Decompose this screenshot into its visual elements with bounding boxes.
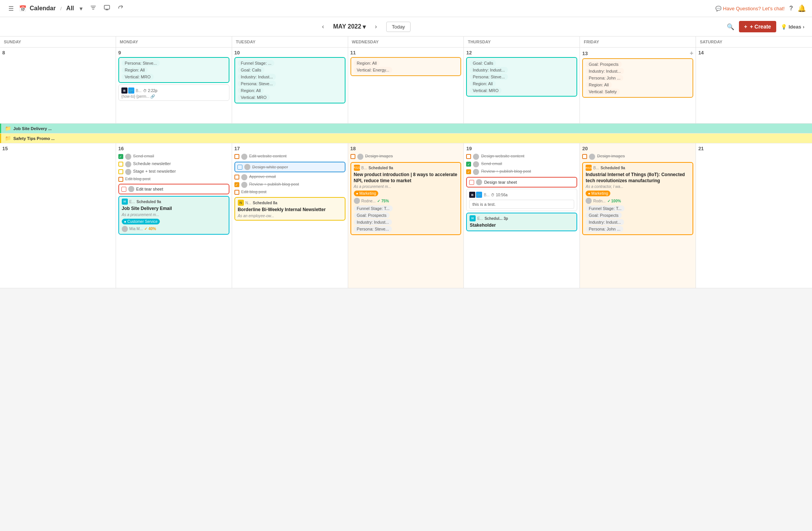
sched-time: Scheduled 9a xyxy=(137,200,161,204)
day-16: 16 ✓ Send email Schedule newsletter Stag… xyxy=(116,143,232,288)
day-18: 18 Design images RSS B... Scheduled 9a N… xyxy=(348,143,464,288)
design-white-paper-task[interactable]: Design white paper xyxy=(234,162,345,172)
task-design-images-20[interactable]: Design images xyxy=(582,153,693,161)
chat-bubble-icon: 💬 xyxy=(715,6,721,11)
month-chevron-icon: ▾ xyxy=(363,23,366,30)
blog-post-day9[interactable]: B 🐦 B... ⏱ 2:22p {how-to} {perm... 🔗 xyxy=(118,84,229,101)
folder-icon: 📁 xyxy=(5,126,11,131)
event-card-day11[interactable]: Region: All Vertical: Energy... xyxy=(350,57,462,76)
notification-bell[interactable]: 🔔 xyxy=(798,4,806,13)
task-edit-blog-16[interactable]: Edit blog post xyxy=(118,176,229,183)
tag-pill: Vertical: Energy... xyxy=(354,67,392,73)
npi-article-card[interactable]: RSS B... Scheduled 9a New product introd… xyxy=(350,162,462,235)
scheduled-header: N N... Scheduled 8a xyxy=(238,200,342,206)
job-site-delivery-card[interactable]: ✉ E... Scheduled 9a Job Site Delivery Em… xyxy=(118,196,229,235)
task-label: Design images xyxy=(597,154,625,158)
checkbox-unchecked-red xyxy=(469,180,474,185)
job-site-label: Job Site Delivery ... xyxy=(13,126,52,131)
task-send-email-19[interactable]: ✓ Send email xyxy=(466,161,577,168)
tag-pill: Vertical: Safety xyxy=(586,89,619,95)
lightbulb-icon: 💡 xyxy=(781,24,787,30)
avatar xyxy=(586,198,592,204)
tag-pill: Industry: Indust... xyxy=(586,219,624,225)
avatar xyxy=(125,161,131,167)
tag-pill: Vertical: MRO xyxy=(470,87,502,94)
tag-pill: Funnel Stage: T... xyxy=(354,205,393,211)
sched-abbrev: B... xyxy=(361,166,367,170)
borderline-newsletter-card[interactable]: N N... Scheduled 8a Borderline Bi-Weekly… xyxy=(234,197,345,221)
task-schedule-newsletter[interactable]: Schedule newsletter xyxy=(118,161,229,168)
tag-pill: Persona: Steve... xyxy=(122,60,160,66)
task-design-images-18[interactable]: Design images xyxy=(350,153,462,161)
chevron-down-icon[interactable]: ▾ xyxy=(77,3,85,14)
calendar-header: ‹ MAY 2022 ▾ › Today 🔍 + + Create 💡 Idea… xyxy=(0,17,812,37)
iiot-article-card[interactable]: RSS B... Scheduled 9a Industrial Interne… xyxy=(582,162,693,235)
day-10: 10 Funnel Stage: ... Goal: Calls Industr… xyxy=(232,48,348,123)
blog-time-19: ⏱ 10:56a xyxy=(491,193,507,197)
hamburger-menu[interactable]: ☰ xyxy=(6,3,16,14)
tag-pill: Region: All xyxy=(238,87,264,94)
add-event-icon[interactable]: + xyxy=(690,50,693,57)
day-header-tuesday: TUESDAY xyxy=(232,37,348,47)
chat-link[interactable]: 💬 Have Questions? Let's chat! xyxy=(715,6,785,11)
job-site-span-event[interactable]: 📁 Job Site Delivery ... xyxy=(0,124,812,133)
tag-pill: Goal: Prospects xyxy=(586,61,621,67)
tag-pill: Industry: Indust... xyxy=(586,68,624,74)
filter-icon[interactable] xyxy=(88,3,99,14)
tag-pill: Funnel Stage: T... xyxy=(586,205,624,211)
task-design-website-19[interactable]: Design website content xyxy=(466,153,577,161)
day-13: 13 + Goal: Prospects Industry: Indust...… xyxy=(580,48,696,123)
tag-pill: Goal: Prospects xyxy=(586,212,621,218)
event-card-day12[interactable]: Goal: Calls Industry: Indust... Persona:… xyxy=(466,57,577,97)
safety-tips-span-event[interactable]: 📁 Safety Tips Promo ... xyxy=(0,134,812,143)
task-send-email-16[interactable]: ✓ Send email xyxy=(118,153,229,161)
day-9: 9 Persona: Steve... Region: All Vertical… xyxy=(116,48,232,123)
checkbox-checked-orange: ✓ xyxy=(234,182,239,187)
edit-tear-sheet-task[interactable]: Edit tear sheet xyxy=(118,184,229,194)
scheduled-header: ✉ E... Schedul... 3p xyxy=(470,215,574,221)
day-8: 8 xyxy=(0,48,116,123)
event-card-day10[interactable]: Funnel Stage: ... Goal: Calls Industry: … xyxy=(234,57,345,103)
task-stage-newsletter[interactable]: Stage + test newsletter xyxy=(118,168,229,176)
card-title: Borderline Bi-Weekly Internal Newsletter xyxy=(238,207,342,213)
event-card-day13[interactable]: Goal: Prospects Industry: Indust... Pers… xyxy=(582,58,693,98)
tag-pill: Persona: Steve... xyxy=(354,226,392,232)
ideas-button[interactable]: 💡 Ideas › xyxy=(781,24,804,30)
task-edit-website[interactable]: Edit website content xyxy=(234,153,345,161)
prev-month-button[interactable]: ‹ xyxy=(319,22,327,32)
checkbox-checked-orange: ✓ xyxy=(466,169,471,174)
next-month-button[interactable]: › xyxy=(372,22,380,32)
today-button[interactable]: Today xyxy=(386,22,411,32)
checkbox-orange xyxy=(234,175,239,180)
calendar-nav: ‹ MAY 2022 ▾ › Today xyxy=(8,22,722,32)
card-subtitle: As an employee-ow... xyxy=(238,214,342,218)
task-edit-blog-17[interactable]: Edit blog post xyxy=(234,189,345,196)
span-row-safety: 📁 Safety Tips Promo ... xyxy=(0,134,812,143)
help-button[interactable]: ? xyxy=(789,5,793,12)
monitor-icon[interactable] xyxy=(102,3,112,14)
email-icon-19: ✉ xyxy=(470,215,476,221)
blog-icons-row-19: B 🐦 B... ⏱ 10:56a xyxy=(469,191,574,199)
twitter-icon-19: 🐦 xyxy=(476,192,482,198)
task-review-publish-17[interactable]: ✓ Review + publish blog post xyxy=(234,181,345,189)
create-button[interactable]: + + Create xyxy=(739,21,777,32)
plus-icon: + xyxy=(744,24,747,30)
share-icon[interactable] xyxy=(115,3,126,14)
search-button[interactable]: 🔍 xyxy=(727,23,734,30)
stakeholder-card[interactable]: ✉ E... Schedul... 3p Stakeholder xyxy=(466,213,577,231)
task-review-publish-19[interactable]: ✓ Review + publish blog post xyxy=(466,168,577,176)
person-name: Rodne... xyxy=(361,199,376,203)
avatar xyxy=(241,182,247,188)
tag-pill: Industry: Indust... xyxy=(238,74,276,80)
design-tear-sheet-task[interactable]: Design tear sheet xyxy=(466,177,577,188)
day-15: 15 xyxy=(0,143,116,288)
design-tear-sheet-label: Design tear sheet xyxy=(484,180,517,184)
task-label: Stage + test newsletter xyxy=(133,169,176,173)
event-card-day9[interactable]: Persona: Steve... Region: All Vertical: … xyxy=(118,57,229,83)
month-title[interactable]: MAY 2022 ▾ xyxy=(333,23,366,30)
nav-right: 💬 Have Questions? Let's chat! ? 🔔 xyxy=(715,4,806,13)
blog-post-day19[interactable]: B 🐦 B... ⏱ 10:56a this is a test. xyxy=(466,189,577,211)
task-approve-email[interactable]: Approve email xyxy=(234,173,345,181)
card-title: Job Site Delivery Email xyxy=(122,206,226,212)
avatar xyxy=(241,174,247,180)
